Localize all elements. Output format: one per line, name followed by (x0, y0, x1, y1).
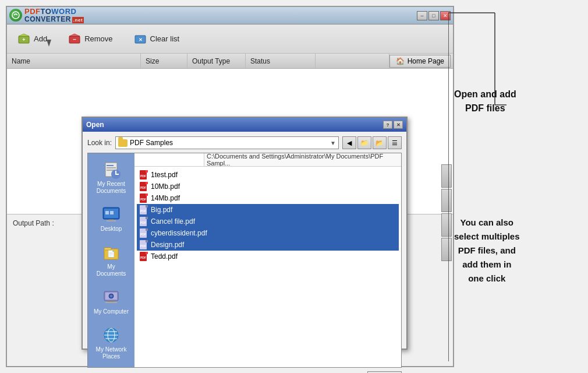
add-label: Add (34, 34, 47, 43)
file-item[interactable]: PDF Cancel file.pdf (137, 216, 399, 227)
file-item[interactable]: PDF cyberdissident.pdf (137, 227, 399, 239)
add-button[interactable]: + Add (13, 30, 52, 48)
places-bar: My Recent Documents (88, 153, 134, 367)
svg-rect-53 (146, 217, 148, 219)
file-item[interactable]: PDF Tedd.pdf (137, 251, 399, 262)
svg-rect-65 (146, 252, 148, 254)
callout-area: Open and addPDF files You can alsoselect… (448, 0, 588, 373)
file-item[interactable]: PDF 14Mb.pdf (137, 192, 399, 204)
dialog-body: Look in: PDF Samples ▼ ◀ 📁 📂 ☰ (83, 132, 406, 349)
place-my-docs-label: My Documents (93, 263, 130, 277)
recent-docs-icon (102, 160, 121, 179)
file-item-name: Design.pdf (151, 241, 184, 249)
svg-text:PDF: PDF (140, 186, 146, 189)
dialog-help-button[interactable]: ? (383, 121, 392, 129)
svg-text:PDF: PDF (140, 233, 146, 236)
svg-text:PDF: PDF (140, 198, 146, 201)
place-desktop[interactable]: Desktop (90, 203, 132, 235)
svg-text:PDF: PDF (140, 209, 146, 213)
my-docs-icon: 📄 (102, 243, 121, 262)
nav-up-button[interactable]: 📁 (357, 136, 371, 149)
logo-text: PDFTOWORD CONVERTER.net (24, 8, 84, 23)
svg-rect-45 (146, 193, 148, 196)
col-header-status: Status (246, 54, 316, 68)
svg-rect-17 (107, 220, 116, 221)
maximize-button[interactable]: □ (428, 11, 439, 20)
svg-text:✕: ✕ (138, 37, 142, 43)
callout-2-text: You can alsoselect multiplesPDF files, a… (454, 217, 520, 283)
place-desktop-label: Desktop (101, 226, 122, 233)
look-in-label: Look in: (87, 139, 112, 147)
svg-text:–: – (73, 36, 76, 43)
homepage-label: Home Page (408, 57, 444, 65)
remove-icon: – (68, 33, 81, 45)
nav-buttons: ◀ 📁 📂 ☰ (342, 136, 402, 149)
svg-rect-27 (105, 302, 117, 303)
callout-2: You can alsoselect multiplesPDF files, a… (454, 216, 520, 286)
desktop-icon (102, 205, 121, 224)
logo-net-badge: .net (72, 17, 84, 23)
svg-rect-61 (146, 240, 148, 242)
file-list[interactable]: PDF 1test.pdf PDF 10Mb.pdf PDF 14Mb.pdf … (134, 167, 401, 367)
dialog-title-controls: ? ✕ (383, 121, 403, 129)
place-my-computer[interactable]: My Computer (90, 286, 132, 318)
remove-button[interactable]: – Remove (63, 30, 117, 48)
svg-text:PDF: PDF (140, 174, 146, 178)
homepage-icon: 🏠 (396, 57, 405, 65)
clear-list-button[interactable]: ✕ Clear list (129, 30, 185, 48)
svg-point-0 (12, 12, 19, 19)
svg-marker-2 (19, 34, 29, 36)
file-item[interactable]: PDF Design.pdf (137, 239, 399, 251)
svg-rect-57 (146, 228, 148, 231)
file-item-name: 10Mb.pdf (151, 182, 180, 191)
place-network-label: My Network Places (93, 346, 130, 360)
svg-rect-49 (146, 205, 148, 207)
title-bar-left: PDFTOWORD CONVERTER.net (9, 8, 84, 23)
file-item-name: 14Mb.pdf (151, 194, 180, 202)
file-item[interactable]: PDF 1test.pdf (137, 169, 399, 181)
clear-list-label: Clear list (150, 34, 180, 43)
look-in-row: Look in: PDF Samples ▼ ◀ 📁 📂 ☰ (87, 136, 402, 149)
place-recent-label: My Recent Documents (93, 181, 130, 195)
pdf-file-icon: PDF (139, 240, 148, 249)
file-item-name: cyberdissident.pdf (151, 229, 207, 237)
col-header-name: Name (7, 54, 141, 68)
title-bar: PDFTOWORD CONVERTER.net – □ ✕ (7, 7, 453, 24)
look-in-combo[interactable]: PDF Samples ▼ (115, 136, 339, 149)
path-display-row: C:\Documents and Settings\Administrator\… (134, 153, 401, 167)
pdf-file-icon: PDF (139, 170, 148, 180)
place-my-computer-label: My Computer (94, 308, 129, 315)
logo-icon (9, 9, 22, 22)
file-list-header: Name Size Output Type Status 🏠 Home Page (7, 54, 453, 69)
callout-svg (448, 0, 588, 373)
minimize-button[interactable]: – (417, 11, 427, 20)
place-recent-docs[interactable]: My Recent Documents (90, 158, 132, 197)
homepage-button[interactable]: 🏠 Home Page (389, 55, 451, 68)
svg-rect-19 (110, 211, 114, 214)
file-item-name: Tedd.pdf (151, 252, 178, 261)
svg-text:+: + (22, 37, 25, 43)
nav-create-button[interactable]: 📂 (373, 136, 387, 149)
output-path-label: Output Path : (13, 219, 54, 227)
file-item[interactable]: PDF 10Mb.pdf (137, 181, 399, 192)
folder-icon (118, 139, 127, 147)
nav-view-button[interactable]: ☰ (388, 136, 402, 149)
file-item-name: Big.pdf (151, 206, 172, 214)
dialog-close-button[interactable]: ✕ (394, 121, 403, 129)
callout-1-text: Open and addPDF files (454, 89, 516, 113)
app-logo: PDFTOWORD CONVERTER.net (9, 8, 84, 23)
place-network[interactable]: My Network Places (90, 323, 132, 363)
nav-back-button[interactable]: ◀ (342, 136, 356, 149)
svg-text:PDF: PDF (140, 256, 146, 259)
file-item[interactable]: PDF Big.pdf (137, 204, 399, 216)
col-header-size: Size (141, 54, 187, 68)
network-icon (102, 326, 121, 344)
look-in-value: PDF Samples (130, 139, 328, 147)
toolbar: + Add – Remove ✕ Clear list (7, 24, 453, 54)
place-my-documents[interactable]: 📄 My Documents (90, 241, 132, 280)
pdf-file-icon: PDF (139, 193, 148, 203)
file-item-name: 1test.pdf (151, 171, 178, 179)
svg-text:PDF: PDF (140, 244, 146, 248)
svg-rect-37 (146, 170, 148, 173)
open-dialog: Open ? ✕ Look in: PDF Samples ▼ ◀ 📁 📂 (82, 117, 408, 350)
